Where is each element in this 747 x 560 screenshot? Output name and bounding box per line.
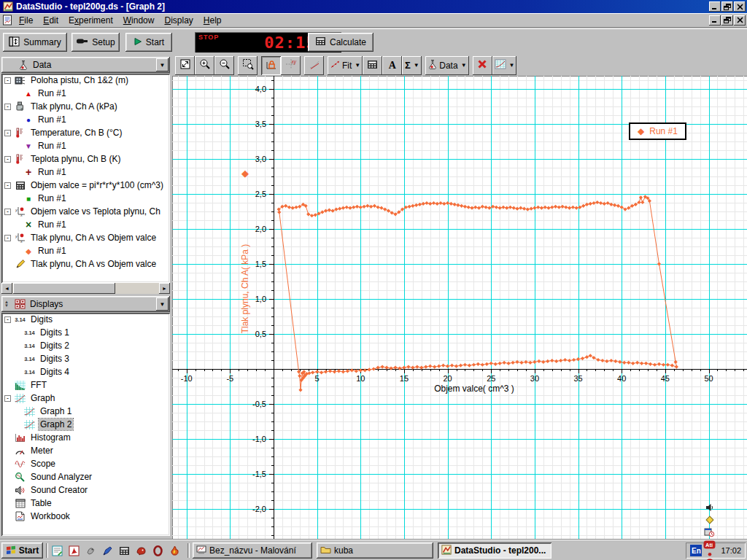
display-item-sound-analyzer[interactable]: Sound Analyzer [1, 470, 170, 483]
calculate-button[interactable]: Calculate [308, 33, 374, 52]
tree-item-tlak-plynu-ch-a-vs-objem-valce[interactable]: -yxTlak plynu, Ch A vs Objem valce [1, 231, 170, 244]
axis-lock-button[interactable] [261, 56, 281, 75]
scroll-right-icon[interactable]: ► [159, 283, 170, 294]
tree-item-run-1[interactable]: +Run #1 [1, 166, 170, 179]
calculator-app-icon[interactable] [117, 543, 132, 558]
menu-window[interactable]: Window [118, 14, 160, 27]
start-menu-button[interactable]: Start [1, 542, 43, 559]
zoom-out-button[interactable] [214, 56, 234, 75]
statistics-button[interactable]: Σ▼ [402, 56, 422, 75]
dragon-app-icon[interactable] [133, 543, 149, 558]
tree-item-run-1[interactable]: ■Run #1 [1, 192, 170, 205]
tree-item-run-1[interactable]: ×Run #1 [1, 218, 170, 231]
zoom-select-button[interactable] [238, 56, 258, 75]
display-item-sound-creator[interactable]: Sound Creator [1, 483, 170, 497]
data-panel-menu-arrow[interactable]: ▼ [156, 58, 169, 71]
scale-to-fit-button[interactable] [175, 56, 195, 75]
collapse-toggle[interactable]: - [4, 209, 11, 215]
collapse-toggle[interactable]: - [4, 156, 11, 163]
delete-button[interactable] [473, 56, 492, 75]
data-tree-hscrollbar[interactable]: ◄ ► [1, 283, 170, 294]
display-item-fft[interactable]: FFT [1, 378, 170, 392]
child-close-button[interactable] [734, 15, 746, 26]
display-item-graph-1[interactable]: Graph 1 [1, 405, 170, 418]
start-measure-button[interactable]: Start [125, 33, 172, 52]
display-item-digits-1[interactable]: 3.14Digits 1 [1, 326, 170, 339]
display-item-graph[interactable]: -Graph [1, 392, 170, 405]
tree-item-poloha-pistu-ch-1-2-m[interactable]: -Poloha pistu, Ch 1&2 (m) [1, 74, 170, 87]
ink-pen-icon[interactable] [100, 543, 115, 558]
tree-item-temperature-ch-b-c[interactable]: -Temperature, Ch B (°C) [1, 126, 170, 139]
restore-button[interactable] [721, 1, 733, 12]
text-tool-button[interactable]: A [382, 56, 402, 75]
display-item-digits-3[interactable]: 3.14Digits 3 [1, 352, 170, 365]
x-axis-label[interactable]: Objem valce( cm^3 ) [434, 384, 514, 394]
tree-item-objem-valce-pi-r-r-y-100-cm-3[interactable]: -Objem valce = pi*r*r*y*100 (cm^3) [1, 179, 170, 192]
tree-item-run-1[interactable]: ▲Run #1 [1, 87, 170, 100]
summary-button[interactable]: Summary [3, 33, 67, 52]
tree-item-objem-valce-vs-teplota-plynu-ch[interactable]: -yxObjem valce vs Teplota plynu, Ch [1, 205, 170, 218]
menu-display[interactable]: Display [159, 14, 198, 27]
child-restore-button[interactable] [721, 15, 733, 26]
ati-icon[interactable]: Ati [703, 538, 716, 551]
document-icon[interactable] [1, 15, 14, 26]
menu-help[interactable]: Help [198, 14, 227, 27]
task-button-bez-n-zvu-malov-n[interactable]: Bez_názvu - Malování [193, 542, 312, 559]
display-item-digits[interactable]: -3.14Digits [1, 313, 170, 326]
displays-panel-header[interactable]: ▲▼ Displays ▼ [1, 296, 170, 312]
minimize-button[interactable] [709, 1, 721, 12]
task-button-kuba[interactable]: kuba [317, 542, 433, 559]
display-item-scope[interactable]: Scope [1, 457, 170, 470]
scroll-left-icon[interactable]: ◄ [1, 283, 12, 294]
displays-panel-menu-arrow[interactable]: ▼ [156, 298, 169, 311]
tree-item-run-1[interactable]: ▼Run #1 [1, 139, 170, 152]
tree-item-tlak-plynu-ch-a-kpa[interactable]: -Tlak plynu, Ch A (kPa) [1, 100, 170, 113]
close-button[interactable] [734, 1, 746, 12]
keyboard-language-indicator[interactable]: En [690, 545, 702, 556]
collapse-toggle[interactable]: - [4, 182, 11, 189]
display-item-histogram[interactable]: Histogram [1, 431, 170, 444]
notes-shortcut-icon[interactable] [50, 543, 65, 558]
tree-item-teplota-plynu-ch-b-k[interactable]: -Teplota plynu, Ch B (K) [1, 152, 170, 166]
menu-file[interactable]: File [14, 14, 38, 27]
display-item-workbook[interactable]: Workbook [1, 510, 170, 523]
red-user-icon[interactable] [703, 551, 716, 560]
antivirus-diamond-icon[interactable] [703, 513, 716, 526]
volume-icon[interactable] [703, 501, 716, 513]
chevron-down-icon[interactable]: ▼ [508, 62, 515, 69]
calculate-tool-button[interactable] [363, 56, 382, 75]
child-minimize-button[interactable] [709, 15, 721, 26]
display-item-digits-4[interactable]: 3.14Digits 4 [1, 365, 170, 378]
winamp-flame-icon[interactable] [167, 543, 182, 558]
menu-experiment[interactable]: Experiment [63, 14, 118, 27]
plot-canvas[interactable]: -10-551015202530354045504,03,53,02,52,01… [172, 76, 747, 540]
tree-item-tlak-plynu-ch-a-vs-objem-valce[interactable]: Tlak plynu, Ch A vs Objem valce [1, 257, 170, 271]
collapse-toggle[interactable]: - [4, 130, 11, 136]
tree-item-run-1[interactable]: ●Run #1 [1, 113, 170, 126]
chevron-down-icon[interactable]: ▼ [353, 62, 360, 69]
acrobat-icon[interactable] [66, 543, 82, 558]
bird-app-icon[interactable] [83, 543, 98, 558]
tree-item-run-1[interactable]: ◆Run #1 [1, 244, 170, 257]
display-item-graph-2[interactable]: Graph 2 [1, 418, 170, 431]
display-item-digits-2[interactable]: 3.14Digits 2 [1, 339, 170, 352]
fit-menu-button[interactable]: Fit▼ [328, 56, 363, 75]
setup-button[interactable]: Setup [71, 33, 120, 52]
panel-splitter-handle[interactable]: ▲▼ [3, 300, 10, 308]
data-menu-button[interactable]: Data▼ [425, 56, 468, 75]
collapse-toggle[interactable]: - [4, 395, 11, 402]
task-scheduler-icon[interactable] [703, 526, 716, 538]
zoom-in-button[interactable] [195, 56, 214, 75]
slope-tool-button[interactable] [304, 56, 324, 75]
display-item-table[interactable]: Table [1, 497, 170, 510]
collapse-toggle[interactable]: - [4, 316, 11, 323]
collapse-toggle[interactable]: - [4, 235, 11, 241]
menu-edit[interactable]: Edit [38, 14, 63, 27]
graph-settings-button[interactable]: ▼ [492, 56, 517, 75]
scrollbar-thumb[interactable] [13, 283, 115, 294]
smart-tool-button[interactable]: xy [281, 56, 301, 75]
task-button-datastudio-tepl200[interactable]: DataStudio - tepl200... [438, 542, 551, 559]
collapse-toggle[interactable]: - [4, 77, 11, 84]
legend[interactable]: ◆ Run #1 [629, 122, 686, 140]
collapse-toggle[interactable]: - [4, 104, 11, 110]
